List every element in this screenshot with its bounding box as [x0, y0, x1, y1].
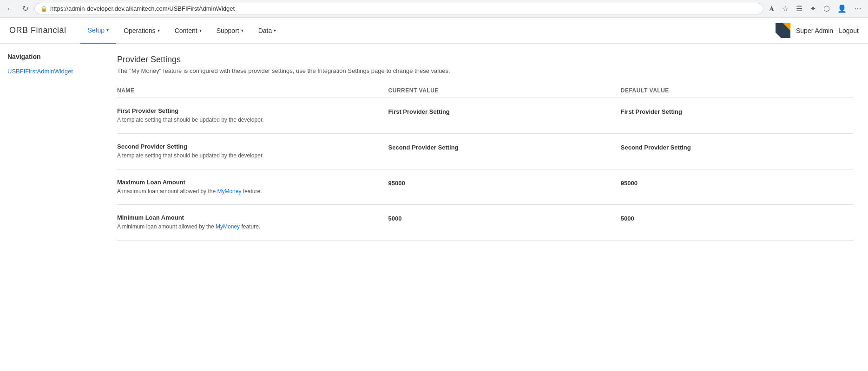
setting-desc: A template setting that should be update…	[117, 116, 381, 124]
read-aloud-button[interactable]: 𝐀	[767, 4, 776, 14]
reload-button[interactable]: ↻	[20, 3, 31, 14]
nav-menu: Setup ▾ Operations ▾ Content ▾ Support ▾…	[80, 18, 776, 44]
setting-current-value: Second Provider Setting	[388, 143, 613, 151]
sidebar-title: Navigation	[7, 53, 94, 60]
setting-current-value-cell: Second Provider Setting	[388, 133, 621, 169]
settings-table: NAME CURRENT VALUE DEFAULT VALUE First P…	[117, 84, 853, 241]
more-button[interactable]: ⋯	[852, 3, 863, 14]
setting-current-value-cell: 5000	[388, 205, 621, 241]
app-logo: ORB Financial	[9, 26, 66, 35]
nav-item-content[interactable]: Content ▾	[167, 18, 209, 44]
setting-default-value: Second Provider Setting	[621, 143, 846, 151]
setting-desc-link[interactable]: MyMoney	[216, 223, 240, 230]
col-default-value: DEFAULT VALUE	[621, 84, 853, 98]
setting-default-value-cell: 5000	[621, 205, 853, 241]
extensions-button[interactable]: ⬡	[822, 3, 832, 14]
app-header: ORB Financial Setup ▾ Operations ▾ Conte…	[0, 18, 868, 44]
chevron-down-icon: ▾	[158, 28, 160, 33]
nav-item-setup[interactable]: Setup ▾	[80, 18, 117, 44]
setting-default-value: First Provider Setting	[621, 107, 846, 115]
setting-default-value: 95000	[621, 179, 846, 187]
setting-desc-suffix: feature.	[241, 188, 262, 195]
profile-button[interactable]: 👤	[835, 3, 848, 14]
address-bar[interactable]: 🔒 https://admin-developer.dev.alkamitech…	[34, 3, 763, 14]
setting-desc-prefix: A maximum loan amount allowed by the	[117, 188, 217, 195]
setting-name: First Provider Setting	[117, 107, 381, 114]
setting-default-value-cell: Second Provider Setting	[621, 133, 853, 169]
table-row: First Provider Setting A template settin…	[117, 98, 853, 134]
sidebar-link-widget[interactable]: USBFIFirstAdminWidget	[7, 66, 94, 77]
page-subtitle: The "My Money" feature is configured wit…	[117, 67, 853, 74]
setting-desc: A minimum loan amount allowed by the MyM…	[117, 223, 381, 231]
nav-item-operations[interactable]: Operations ▾	[116, 18, 167, 44]
setting-name-cell: First Provider Setting A template settin…	[117, 98, 388, 134]
table-row: Minimum Loan Amount A minimum loan amoun…	[117, 205, 853, 241]
setting-name: Maximum Loan Amount	[117, 179, 381, 186]
collections-button[interactable]: ✦	[808, 3, 818, 14]
sidebar: Navigation USBFIFirstAdminWidget	[0, 44, 102, 371]
setting-desc-suffix: feature.	[240, 223, 260, 230]
col-current-value: CURRENT VALUE	[388, 84, 621, 98]
lock-icon: 🔒	[40, 6, 47, 12]
setting-desc: A maximum loan amount allowed by the MyM…	[117, 188, 381, 195]
table-body: First Provider Setting A template settin…	[117, 98, 853, 241]
header-right: Super Admin Logout	[776, 23, 859, 38]
super-admin-label: Super Admin	[796, 27, 833, 34]
chevron-down-icon: ▾	[106, 27, 109, 33]
setting-default-value-cell: First Provider Setting	[621, 98, 853, 134]
setting-name: Minimum Loan Amount	[117, 214, 381, 221]
page-title: Provider Settings	[117, 55, 853, 65]
chevron-down-icon: ▾	[199, 28, 202, 33]
back-button[interactable]: ←	[5, 3, 16, 14]
nav-item-support[interactable]: Support ▾	[209, 18, 251, 44]
chevron-down-icon: ▾	[241, 28, 243, 33]
setting-desc-prefix: A minimum loan amount allowed by the	[117, 223, 216, 230]
chevron-down-icon: ▾	[274, 28, 276, 33]
browser-chrome: ← ↻ 🔒 https://admin-developer.dev.alkami…	[0, 0, 868, 18]
table-header: NAME CURRENT VALUE DEFAULT VALUE	[117, 84, 853, 98]
setting-current-value: 5000	[388, 214, 613, 222]
favorites-button[interactable]: ☆	[780, 3, 790, 14]
setting-current-value-cell: 95000	[388, 169, 621, 205]
browser-actions: 𝐀 ☆ ☰ ✦ ⬡ 👤 ⋯	[767, 3, 863, 14]
setting-current-value: 95000	[388, 179, 613, 187]
setting-current-value: First Provider Setting	[388, 107, 613, 115]
logout-button[interactable]: Logout	[839, 27, 859, 34]
table-row: Maximum Loan Amount A maximum loan amoun…	[117, 169, 853, 205]
setting-name-cell: Second Provider Setting A template setti…	[117, 133, 388, 169]
setting-default-value-cell: 95000	[621, 169, 853, 205]
url-text: https://admin-developer.dev.alkamitech.c…	[50, 5, 757, 12]
reader-view-button[interactable]: ☰	[794, 3, 804, 14]
setting-desc-link[interactable]: MyMoney	[217, 188, 241, 195]
setting-name: Second Provider Setting	[117, 143, 381, 150]
setting-name-cell: Minimum Loan Amount A minimum loan amoun…	[117, 205, 388, 241]
app-logo-icon	[776, 23, 790, 38]
nav-item-data[interactable]: Data ▾	[251, 18, 284, 44]
main-content: Provider Settings The "My Money" feature…	[102, 44, 868, 371]
setting-current-value-cell: First Provider Setting	[388, 98, 621, 134]
setting-name-cell: Maximum Loan Amount A maximum loan amoun…	[117, 169, 388, 205]
setting-desc: A template setting that should be update…	[117, 152, 381, 160]
table-row: Second Provider Setting A template setti…	[117, 133, 853, 169]
col-name: NAME	[117, 84, 388, 98]
setting-default-value: 5000	[621, 214, 846, 222]
page-layout: Navigation USBFIFirstAdminWidget Provide…	[0, 44, 868, 371]
